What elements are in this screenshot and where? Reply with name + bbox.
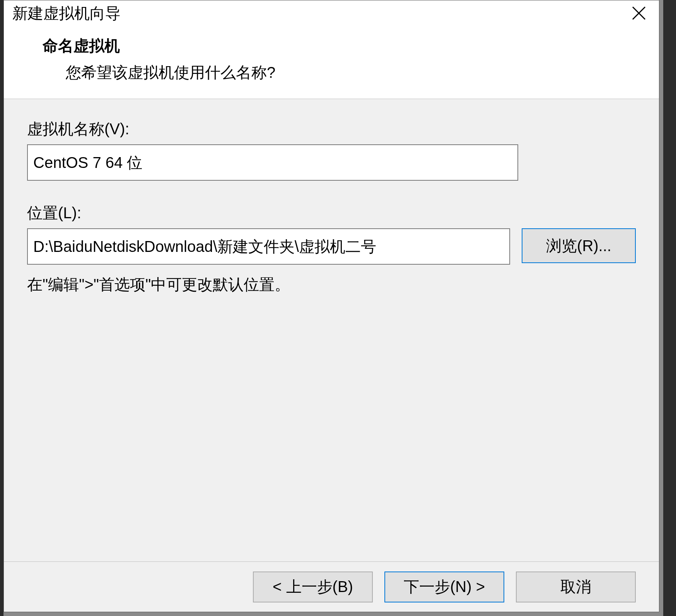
- window-title: 新建虚拟机向导: [12, 3, 121, 24]
- close-icon: [632, 6, 646, 20]
- next-button[interactable]: 下一步(N) >: [384, 572, 504, 602]
- dialog-footer: < 上一步(B) 下一步(N) > 取消: [4, 561, 659, 612]
- close-button[interactable]: [627, 2, 650, 25]
- form-area: 虚拟机名称(V): 位置(L): 浏览(R)... 在"编辑">"首选项"中可更…: [4, 99, 659, 561]
- spacer: [27, 181, 636, 202]
- vm-name-label: 虚拟机名称(V):: [27, 118, 636, 140]
- wizard-dialog: 新建虚拟机向导 命名虚拟机 您希望该虚拟机使用什么名称? 虚拟机名称(V): 位…: [3, 0, 659, 612]
- step-title: 命名虚拟机: [43, 35, 636, 56]
- location-input[interactable]: [27, 228, 510, 265]
- location-row: 浏览(R)...: [27, 228, 636, 265]
- titlebar: 新建虚拟机向导: [4, 0, 659, 26]
- location-hint: 在"编辑">"首选项"中可更改默认位置。: [27, 274, 636, 295]
- vm-name-input[interactable]: [27, 144, 518, 181]
- wizard-header: 命名虚拟机 您希望该虚拟机使用什么名称?: [4, 26, 659, 99]
- step-subtitle: 您希望该虚拟机使用什么名称?: [43, 62, 636, 83]
- back-button[interactable]: < 上一步(B): [253, 572, 373, 602]
- browse-button[interactable]: 浏览(R)...: [522, 228, 636, 263]
- outer-frame: 新建虚拟机向导 命名虚拟机 您希望该虚拟机使用什么名称? 虚拟机名称(V): 位…: [0, 0, 676, 616]
- dialog-shadow-bottom: [3, 612, 663, 616]
- location-label: 位置(L):: [27, 202, 636, 224]
- dialog-shadow-right: [659, 0, 663, 612]
- cancel-button[interactable]: 取消: [516, 572, 636, 602]
